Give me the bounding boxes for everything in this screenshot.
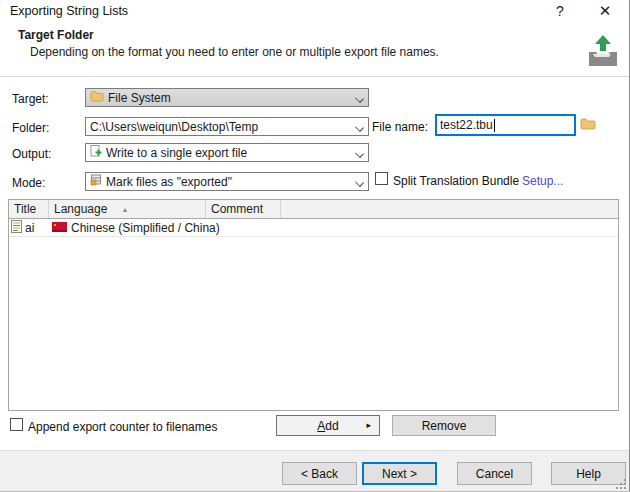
add-button[interactable]: Add ▸ (276, 415, 380, 436)
chevron-down-icon (355, 149, 364, 158)
folder-label: Folder: (12, 121, 49, 135)
window-title: Exporting String Lists (10, 4, 128, 18)
text-caret (494, 119, 495, 132)
row-language-cell: Chinese (Simplified / China) (49, 221, 206, 235)
column-header-comment[interactable]: Comment (206, 200, 281, 218)
output-label: Output: (12, 147, 51, 161)
chevron-down-icon (355, 123, 364, 132)
column-header-language[interactable]: Language ▲ (49, 200, 206, 218)
mode-value: Mark files as "exported" (106, 175, 232, 189)
window-help-button[interactable]: ? (545, 1, 575, 21)
next-button[interactable]: Next > (362, 462, 437, 485)
close-icon[interactable]: ✕ (590, 1, 620, 21)
mode-label: Mode: (12, 176, 45, 190)
language-table: Title Language ▲ Comment (8, 199, 619, 411)
mark-exported-icon (90, 174, 102, 189)
chevron-down-icon (355, 94, 364, 103)
remove-button[interactable]: Remove (392, 415, 496, 436)
table-row[interactable]: ai Chinese (Simplified / China) (9, 219, 618, 237)
output-value: Write to a single export file (106, 146, 247, 160)
sort-ascending-icon: ▲ (121, 206, 128, 213)
folder-icon (90, 90, 104, 105)
cancel-button[interactable]: Cancel (457, 462, 532, 485)
row-title-text: ai (25, 221, 34, 235)
setup-link[interactable]: Setup... (522, 174, 563, 188)
folder-combobox[interactable]: C:\Users\weiqun\Desktop\Temp (85, 117, 369, 136)
append-export-counter-checkbox[interactable] (10, 418, 23, 431)
title-bar: Exporting String Lists ? ✕ (0, 0, 629, 22)
row-title-cell: ai (9, 220, 49, 236)
export-icon (584, 32, 622, 73)
file-name-value: test22.tbu (440, 118, 493, 132)
page-subtitle: Depending on the format you need to ente… (30, 45, 439, 59)
wizard-header: Target Folder Depending on the format yo… (0, 22, 629, 77)
column-header-filler (281, 200, 618, 218)
target-label: Target: (12, 92, 49, 106)
row-language-text: Chinese (Simplified / China) (71, 221, 220, 235)
append-export-counter-label: Append export counter to filenames (28, 420, 217, 434)
target-combobox[interactable]: File System (85, 88, 369, 107)
split-translation-bundle-label: Split Translation Bundle (393, 174, 519, 188)
table-header: Title Language ▲ Comment (9, 200, 618, 219)
add-button-label: dd (325, 419, 338, 433)
export-string-lists-dialog: Exporting String Lists ? ✕ Target Folder… (0, 0, 630, 492)
chevron-down-icon (355, 178, 364, 187)
help-button[interactable]: Help (551, 462, 626, 485)
column-header-title[interactable]: Title (9, 200, 49, 218)
back-button[interactable]: < Back (282, 462, 357, 485)
output-combobox[interactable]: Write to a single export file (85, 143, 369, 162)
page-title: Target Folder (18, 28, 94, 42)
target-value: File System (108, 91, 171, 105)
mode-combobox[interactable]: Mark files as "exported" (85, 172, 369, 191)
add-menu-arrow-icon: ▸ (366, 420, 371, 430)
file-name-input[interactable]: test22.tbu (435, 114, 576, 136)
split-translation-bundle-checkbox[interactable] (375, 172, 388, 185)
china-flag-icon (52, 221, 67, 235)
document-plus-icon (90, 145, 102, 161)
resize-grip[interactable] (616, 479, 626, 489)
browse-folder-icon[interactable] (580, 117, 596, 133)
file-name-label: File name: (372, 120, 428, 134)
string-list-icon (11, 220, 22, 236)
folder-path-value: C:\Users\weiqun\Desktop\Temp (90, 120, 258, 134)
